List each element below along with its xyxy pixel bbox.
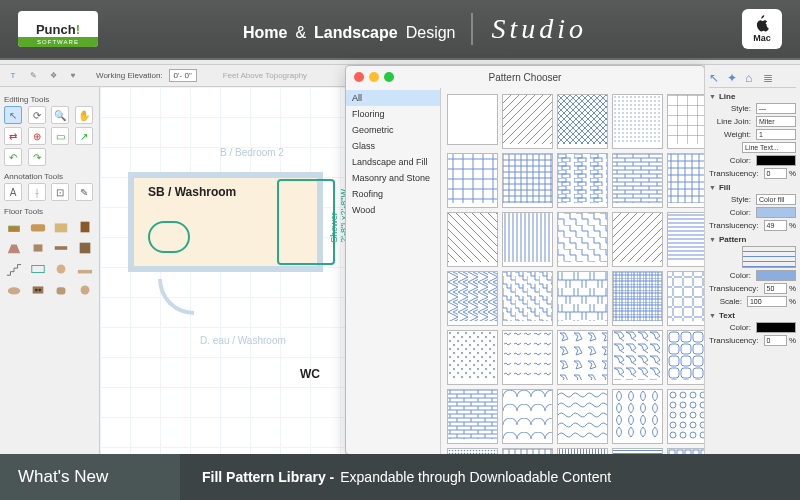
working-elevation-value[interactable]: 0'- 0": [169, 69, 197, 82]
pattern-swatch[interactable]: [612, 271, 663, 326]
pattern-chooser-titlebar[interactable]: Pattern Chooser: [346, 66, 704, 88]
weight-input[interactable]: 1: [756, 129, 796, 140]
pattern-swatch[interactable]: [557, 94, 608, 149]
pattern-swatch[interactable]: [502, 271, 553, 326]
pattern-swatch[interactable]: [557, 389, 608, 444]
pattern-color-swatch[interactable]: [756, 270, 796, 281]
wand-icon[interactable]: ✦: [727, 71, 741, 85]
pattern-swatch[interactable]: [667, 330, 704, 385]
category-item[interactable]: Wood: [346, 202, 440, 218]
fill-color-swatch[interactable]: [756, 207, 796, 218]
layers-icon[interactable]: ≣: [763, 71, 777, 85]
pattern-swatch[interactable]: [557, 153, 608, 208]
sink-fixture[interactable]: [148, 221, 190, 253]
pattern-swatch[interactable]: [502, 330, 553, 385]
pattern-section-header[interactable]: Pattern: [709, 235, 796, 244]
pattern-swatch[interactable]: [447, 94, 498, 145]
pattern-swatch[interactable]: [667, 271, 704, 326]
pattern-swatch[interactable]: [502, 153, 553, 208]
pattern-swatch[interactable]: [667, 389, 704, 444]
category-item[interactable]: Glass: [346, 138, 440, 154]
pattern-swatch[interactable]: [612, 212, 663, 267]
pattern-swatch[interactable]: [612, 389, 663, 444]
text-color-swatch[interactable]: [756, 322, 796, 333]
pattern-swatch[interactable]: [667, 153, 704, 208]
pattern-swatch[interactable]: [557, 212, 608, 267]
line-section-header[interactable]: Line: [709, 92, 796, 101]
pattern-preview-swatch[interactable]: [742, 246, 796, 268]
cabinet-icon[interactable]: [75, 218, 95, 236]
pattern-swatch[interactable]: [502, 389, 553, 444]
selection-tool-icon[interactable]: ▭: [51, 127, 69, 145]
pattern-swatch[interactable]: [447, 330, 498, 385]
tool-icon[interactable]: ✎: [26, 69, 40, 83]
pattern-swatch[interactable]: [667, 94, 704, 149]
armchair-icon[interactable]: [51, 281, 71, 299]
pan-tool-icon[interactable]: ✋: [75, 106, 93, 124]
category-item[interactable]: Masonry and Stone: [346, 170, 440, 186]
linejoin-select[interactable]: Miter: [756, 116, 796, 127]
pointer-tool-icon[interactable]: ↖: [4, 106, 22, 124]
pointer-icon[interactable]: ↖: [709, 71, 723, 85]
bed-icon[interactable]: [51, 218, 71, 236]
redo-icon[interactable]: ↷: [28, 148, 46, 166]
pattern-swatch[interactable]: [612, 153, 663, 208]
arrow-tool-icon[interactable]: ↗: [75, 127, 93, 145]
shower-fixture[interactable]: [277, 179, 335, 265]
chair-icon[interactable]: [4, 218, 24, 236]
rotate-tool-icon[interactable]: ⟳: [28, 106, 46, 124]
head-icon[interactable]: [51, 260, 71, 278]
stairs-icon[interactable]: [4, 260, 24, 278]
shelf-icon[interactable]: [75, 239, 95, 257]
desk-icon[interactable]: [51, 239, 71, 257]
fill-style-select[interactable]: Color fill: [756, 194, 796, 205]
pattern-swatch[interactable]: [447, 153, 498, 208]
callout-tool-icon[interactable]: ⊡: [51, 183, 69, 201]
cooktop-icon[interactable]: [28, 281, 48, 299]
floorplan-canvas[interactable]: B / Bedroom 2 SB / Washroom Shower2'-8"L…: [100, 87, 345, 454]
category-item[interactable]: Flooring: [346, 106, 440, 122]
category-item[interactable]: Geometric: [346, 122, 440, 138]
move-tool-icon[interactable]: ⇄: [4, 127, 22, 145]
text-translucency-input[interactable]: 0: [764, 335, 787, 346]
tool-icon[interactable]: ❖: [46, 69, 60, 83]
pattern-swatch[interactable]: [557, 330, 608, 385]
fill-translucency-input[interactable]: 49: [764, 220, 787, 231]
pattern-chooser-window[interactable]: Pattern Chooser All Flooring Geometric G…: [345, 65, 705, 455]
pattern-translucency-input[interactable]: 50: [764, 283, 787, 294]
category-item[interactable]: Landscape and Fill: [346, 154, 440, 170]
window-icon[interactable]: [28, 260, 48, 278]
tool-icon[interactable]: T: [6, 69, 20, 83]
pattern-swatch[interactable]: [447, 271, 498, 326]
pattern-swatch[interactable]: [667, 212, 704, 267]
pattern-swatch[interactable]: [447, 389, 498, 444]
text-tool-icon[interactable]: A: [4, 183, 22, 201]
line-text-button[interactable]: Line Text...: [742, 142, 796, 153]
fill-section-header[interactable]: Fill: [709, 183, 796, 192]
bath-icon[interactable]: [4, 281, 24, 299]
pattern-swatch[interactable]: [502, 94, 553, 149]
pattern-swatch[interactable]: [612, 94, 663, 149]
fixture-icon[interactable]: [75, 281, 95, 299]
pattern-swatch[interactable]: [447, 212, 498, 267]
category-item[interactable]: Roofing: [346, 186, 440, 202]
dimension-tool-icon[interactable]: ⟊: [28, 183, 46, 201]
line-translucency-input[interactable]: 0: [764, 168, 787, 179]
pattern-scale-input[interactable]: 100: [747, 296, 787, 307]
pattern-swatch[interactable]: [612, 330, 663, 385]
search-tool-icon[interactable]: 🔍: [51, 106, 69, 124]
floor-icon[interactable]: [75, 260, 95, 278]
category-item[interactable]: All: [346, 90, 440, 106]
line-style-select[interactable]: —: [756, 103, 796, 114]
undo-icon[interactable]: ↶: [4, 148, 22, 166]
pencil-tool-icon[interactable]: ✎: [75, 183, 93, 201]
pattern-swatch[interactable]: [557, 271, 608, 326]
heart-icon[interactable]: ♥: [66, 69, 80, 83]
home-icon[interactable]: ⌂: [745, 71, 759, 85]
center-tool-icon[interactable]: ⊕: [28, 127, 46, 145]
door-icon[interactable]: [4, 239, 24, 257]
pattern-swatch[interactable]: [502, 212, 553, 267]
line-color-swatch[interactable]: [756, 155, 796, 166]
table-icon[interactable]: [28, 239, 48, 257]
sofa-icon[interactable]: [28, 218, 48, 236]
